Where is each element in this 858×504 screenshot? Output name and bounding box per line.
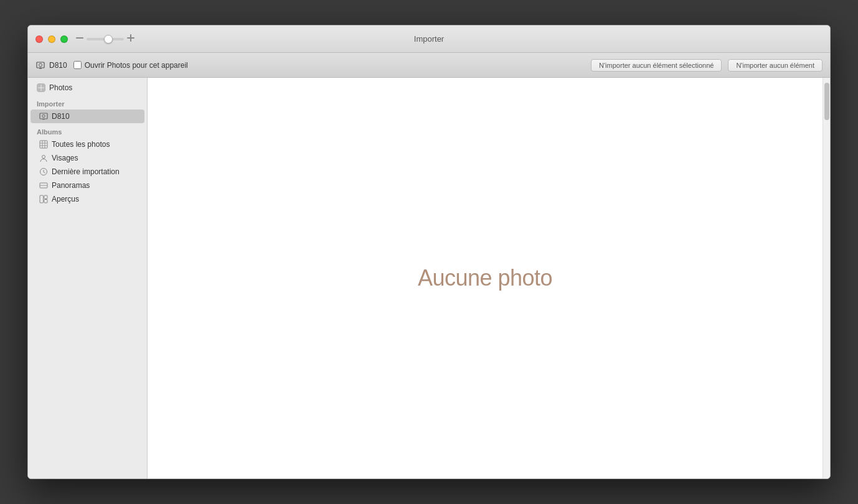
clock-icon <box>39 167 48 176</box>
svg-rect-26 <box>44 195 47 199</box>
panoramas-label: Panoramas <box>52 181 90 190</box>
empty-message: Aucune photo <box>418 265 552 291</box>
svg-point-19 <box>42 156 45 159</box>
apercus-label: Aperçus <box>52 195 79 203</box>
d810-icon <box>39 112 48 121</box>
window-title: Importer <box>414 34 444 44</box>
svg-point-12 <box>42 114 45 117</box>
svg-rect-2 <box>130 34 131 42</box>
device-indicator: D810 <box>35 60 67 70</box>
photos-icon <box>37 83 45 92</box>
svg-rect-0 <box>76 37 83 39</box>
svg-line-22 <box>44 172 45 174</box>
sidebar-item-panoramas[interactable]: Panoramas <box>31 179 144 192</box>
traffic-lights <box>35 35 68 43</box>
not-import-button[interactable]: N'importer aucun élément <box>728 59 823 72</box>
close-button[interactable] <box>35 35 43 43</box>
sidebar-item-visages[interactable]: Visages <box>31 151 144 165</box>
sidebar-item-apercus[interactable]: Aperçus <box>31 192 144 206</box>
main-content: Photos Importer D810 Albums <box>28 78 830 478</box>
not-import-selected-button[interactable]: N'importer aucun élément sélectionné <box>591 59 722 72</box>
zoom-out-icon <box>75 34 84 44</box>
panorama-icon <box>39 181 48 190</box>
d810-label: D810 <box>52 112 70 121</box>
sidebar-item-d810[interactable]: D810 <box>31 110 144 123</box>
svg-rect-5 <box>39 68 42 69</box>
maximize-button[interactable] <box>60 35 68 43</box>
titlebar-controls <box>75 34 135 44</box>
derniere-importation-label: Dernière importation <box>52 167 120 176</box>
content-area: Aucune photo <box>148 78 823 478</box>
device-name: D810 <box>49 61 67 70</box>
svg-rect-27 <box>44 200 47 203</box>
zoom-slider[interactable] <box>87 38 124 40</box>
open-photos-label: Ouvrir Photos pour cet appareil <box>85 61 188 70</box>
svg-rect-10 <box>42 88 45 92</box>
toutes-photos-label: Toutes les photos <box>52 140 110 149</box>
svg-rect-14 <box>40 141 47 148</box>
svg-rect-7 <box>37 84 41 88</box>
svg-rect-3 <box>37 62 44 68</box>
app-window: Importer D810 Ouvrir Photos pour cet app… <box>27 25 831 479</box>
svg-rect-11 <box>40 113 47 119</box>
visages-label: Visages <box>52 154 78 162</box>
grid2-icon <box>39 195 48 203</box>
zoom-slider-thumb <box>104 35 113 44</box>
zoom-control <box>75 34 135 44</box>
titlebar: Importer <box>28 26 830 53</box>
open-photos-checkbox[interactable] <box>73 61 82 69</box>
sidebar: Photos Importer D810 Albums <box>28 78 148 478</box>
grid-icon <box>39 140 48 149</box>
minimize-button[interactable] <box>48 35 55 43</box>
person-icon <box>39 154 48 162</box>
svg-rect-13 <box>42 119 45 119</box>
importer-section-label: Importer <box>28 95 147 110</box>
device-icon <box>35 60 45 70</box>
scrollbar-thumb[interactable] <box>824 83 829 120</box>
sidebar-item-derniere-importation[interactable]: Dernière importation <box>31 165 144 179</box>
toolbar: D810 Ouvrir Photos pour cet appareil N'i… <box>28 53 830 78</box>
photos-label: Photos <box>49 83 72 92</box>
svg-point-4 <box>39 63 42 67</box>
open-photos-checkbox-label[interactable]: Ouvrir Photos pour cet appareil <box>73 61 188 70</box>
sidebar-item-toutes-photos[interactable]: Toutes les photos <box>31 138 144 151</box>
albums-section-label: Albums <box>28 123 147 138</box>
svg-rect-8 <box>42 84 45 88</box>
svg-rect-25 <box>40 195 44 203</box>
zoom-in-icon <box>126 34 135 44</box>
scrollbar[interactable] <box>823 78 830 478</box>
svg-rect-9 <box>37 88 41 92</box>
sidebar-item-photos[interactable]: Photos <box>28 80 147 95</box>
